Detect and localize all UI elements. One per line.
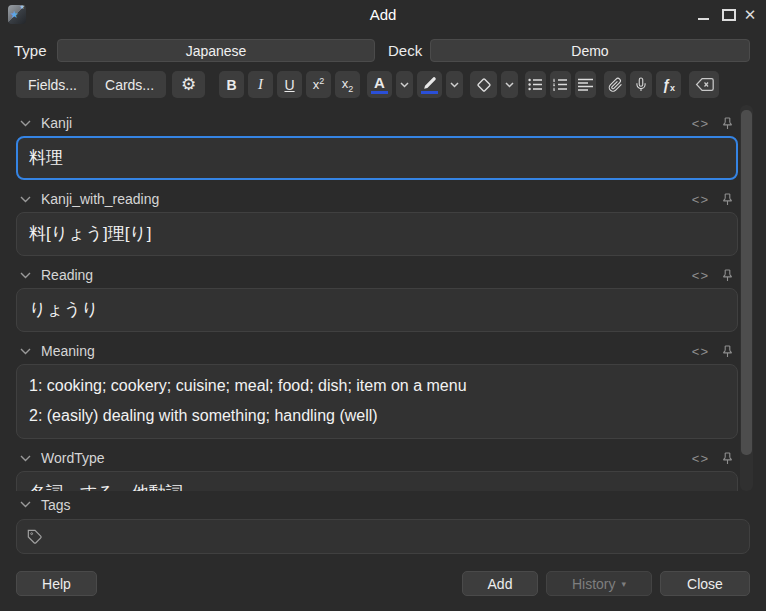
field-header: Meaning <> [20,340,733,362]
underline-icon: U [284,77,294,93]
remove-formatting-dropdown[interactable] [501,71,518,98]
minimize-button[interactable] [694,0,712,30]
field-editor-meaning[interactable]: 1: cooking; cookery; cuisine; meal; food… [16,364,738,439]
backspace-button[interactable] [689,71,719,98]
field-editor-kanji-with-reading[interactable]: 料[りょう]理[り] [16,212,738,256]
text-color-button[interactable]: A [367,71,392,98]
collapse-chevron-icon[interactable] [20,348,31,355]
field-label: Kanji [41,115,72,131]
history-dropdown-icon: ▾ [622,579,627,589]
notetype-selector[interactable]: Japanese [57,39,375,62]
underline-button[interactable]: U [277,71,302,98]
notetype-deck-row: Type Japanese Deck Demo [0,38,766,64]
pin-icon[interactable] [722,268,733,283]
fields-scroll-area: Kanji <> 料理 Kanji_with_reading <> 料[りょう]… [0,105,766,498]
fields-scrollbar [740,105,753,491]
tags-header: Tags [20,496,766,513]
history-button[interactable]: History▾ [546,571,652,596]
close-button[interactable]: Close [660,571,750,596]
field-group-reading: Reading <> りょうり [0,264,766,332]
pin-icon[interactable] [722,451,733,466]
window-close-button[interactable]: ✕ [740,0,760,30]
footer-bar: Help Add History▾ Close [0,565,766,611]
deck-label: Deck [388,38,422,64]
gear-icon: ⚙ [181,76,196,93]
footer-actions: Add History▾ Close [462,571,750,596]
maximize-button[interactable] [720,0,738,30]
tags-input[interactable] [16,519,750,554]
type-label: Type [14,38,47,64]
chevron-down-icon [505,82,514,88]
html-editor-icon[interactable]: <> [692,116,709,131]
scrollbar-thumb[interactable] [741,110,752,455]
cards-button[interactable]: Cards... [93,71,166,98]
field-label: WordType [41,450,105,466]
html-editor-icon[interactable]: <> [692,268,709,283]
chevron-down-icon [450,82,459,88]
ordered-list-button[interactable] [550,71,571,98]
collapse-chevron-icon[interactable] [20,272,31,279]
fields-button[interactable]: Fields... [16,71,89,98]
window-title: Add [0,0,766,30]
add-note-window: ★ ★ Add ✕ Type Japanese Deck Demo Fields… [0,0,766,611]
titlebar: ★ ★ Add ✕ [0,0,766,30]
field-editor-reading[interactable]: りょうり [16,288,738,332]
pin-icon[interactable] [722,344,733,359]
subscript-icon: x2 [342,76,354,94]
field-label: Reading [41,267,93,283]
collapse-chevron-icon[interactable] [20,501,31,508]
highlight-color-dropdown[interactable] [446,71,463,98]
function-icon: ƒ [662,77,670,93]
marker-pen-icon [423,76,437,90]
maximize-icon [722,9,736,21]
align-text-icon [578,78,593,91]
attach-button[interactable] [604,71,626,98]
html-editor-icon[interactable]: <> [692,344,709,359]
field-label: Meaning [41,343,95,359]
remove-formatting-button[interactable] [470,71,497,98]
paperclip-icon [608,77,623,93]
help-button[interactable]: Help [16,571,97,596]
pin-icon[interactable] [722,192,733,207]
bullet-list-icon [528,78,543,91]
field-header: WordType <> [20,447,733,469]
italic-button[interactable]: I [248,71,273,98]
text-color-icon: A [374,74,385,91]
field-group-kanji-with-reading: Kanji_with_reading <> 料[りょう]理[り] [0,188,766,256]
minimize-icon [698,18,709,20]
record-audio-button[interactable] [630,71,652,98]
backspace-icon [695,77,714,92]
numbered-list-icon [553,78,568,91]
field-header: Kanji_with_reading <> [20,188,733,210]
microphone-icon [634,76,648,93]
pin-icon[interactable] [722,116,733,131]
field-header: Kanji <> [20,112,733,134]
field-label: Kanji_with_reading [41,191,159,207]
text-color-dropdown[interactable] [396,71,413,98]
superscript-icon: x2 [313,76,325,92]
collapse-chevron-icon[interactable] [20,455,31,462]
collapse-chevron-icon[interactable] [20,196,31,203]
deck-selector[interactable]: Demo [430,39,750,62]
text-color-swatch [371,91,388,94]
subscript-button[interactable]: x2 [335,71,360,98]
bold-button[interactable]: B [219,71,244,98]
tags-section: Tags [0,491,766,565]
equations-button[interactable]: ƒx [656,71,681,98]
field-group-meaning: Meaning <> 1: cooking; cookery; cuisine;… [0,340,766,439]
field-header: Reading <> [20,264,733,286]
superscript-button[interactable]: x2 [306,71,331,98]
html-editor-icon[interactable]: <> [692,192,709,207]
alignment-button[interactable] [575,71,596,98]
highlight-color-button[interactable] [417,71,442,98]
chevron-down-icon [400,82,409,88]
editor-toolbar: Fields... Cards... ⚙ B I U x2 x2 A ƒx [16,71,719,98]
history-label: History [572,576,616,592]
unordered-list-button[interactable] [525,71,546,98]
italic-icon: I [258,76,263,93]
settings-gear-button[interactable]: ⚙ [172,71,205,98]
field-editor-kanji[interactable]: 料理 [16,136,738,180]
html-editor-icon[interactable]: <> [692,451,709,466]
add-button[interactable]: Add [462,571,538,596]
collapse-chevron-icon[interactable] [20,120,31,127]
